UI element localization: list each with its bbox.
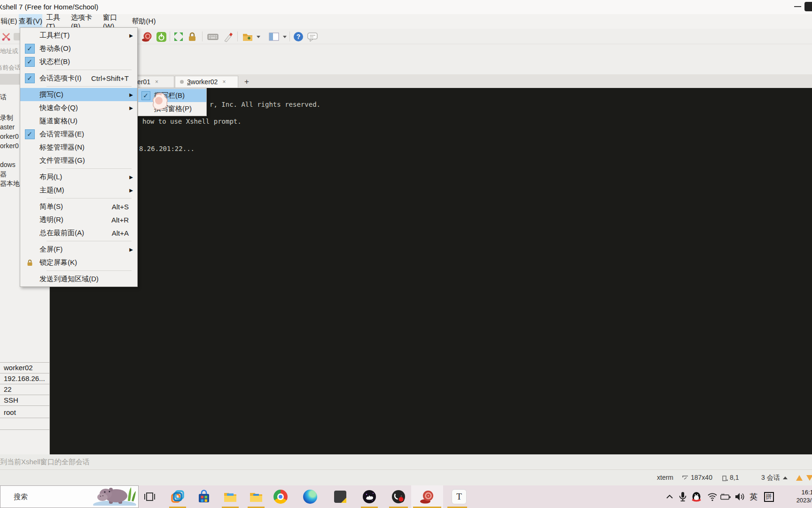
scroll-bottom-icon[interactable] [806, 475, 812, 481]
session-tree-item-worker02[interactable]: orker0 [0, 142, 19, 150]
session-tree-item[interactable]: 器 [0, 170, 7, 179]
menu-item-toolbars[interactable]: 工具栏(T) ▶ [20, 29, 137, 42]
fullscreen-icon[interactable] [173, 31, 184, 42]
menu-item-simple[interactable]: 简单(S) Alt+S [20, 200, 137, 213]
chat-bubble-icon[interactable] [307, 31, 318, 42]
terminal-line: how to use Xshell prompt. [142, 118, 242, 125]
session-tree-item[interactable]: 录制 [0, 114, 13, 122]
edge-icon[interactable] [299, 485, 321, 508]
menu-item-lock-screen[interactable]: 锁定屏幕(K) [20, 256, 137, 269]
disconnect-icon[interactable] [0, 31, 12, 42]
tray-ime-language[interactable]: 英 [748, 491, 759, 502]
vmware-icon[interactable] [167, 485, 188, 508]
toolbar-separator [170, 32, 170, 41]
scroll-top-icon[interactable] [796, 475, 803, 481]
menu-edit[interactable]: 辑(E) [0, 14, 19, 29]
menu-item-session-tabs[interactable]: ✓ 会话选项卡(I) Ctrl+Shift+T [20, 71, 137, 85]
menu-window[interactable]: 窗口(W) [103, 14, 128, 29]
lock-screen-toolbar-icon[interactable] [187, 31, 198, 42]
tray-clock[interactable]: 16:15 2023/2/ [784, 488, 812, 504]
task-view-icon[interactable] [139, 485, 160, 508]
menu-item-compose[interactable]: 撰写(C) ▶ [20, 88, 137, 101]
tray-microphone-icon[interactable] [677, 491, 688, 502]
menu-item-label-manager[interactable]: 标签管理器(N) [20, 141, 137, 154]
folder-shortcut-icon[interactable] [245, 485, 267, 508]
menu-view[interactable]: 查看(V) [19, 14, 42, 29]
new-folder-icon[interactable] [242, 31, 253, 42]
microsoft-store-icon[interactable] [193, 485, 215, 508]
menu-item-layout[interactable]: 布局(L) ▶ [20, 170, 137, 183]
check-icon: ✓ [25, 73, 35, 83]
file-explorer-icon[interactable] [219, 485, 241, 508]
sidebar-selected-row[interactable] [0, 74, 20, 85]
tab-close-icon[interactable]: × [155, 79, 158, 85]
tab-hotkey: 3 [187, 78, 191, 86]
tab-close-icon[interactable]: × [222, 79, 226, 85]
menu-item-fullscreen[interactable]: 全屏(F) ▶ [20, 243, 137, 256]
layout-caret-icon[interactable] [283, 36, 287, 38]
sidebar-current-session-label: 当前会话 [0, 64, 21, 72]
taskbar-search-box[interactable]: 搜索 [0, 485, 139, 508]
session-tree-item-master[interactable]: aster [0, 123, 15, 131]
obs-icon[interactable] [388, 485, 409, 508]
lock-icon [26, 259, 34, 267]
submenu-arrow-icon: ▶ [129, 33, 133, 38]
menu-item-session-manager[interactable]: ✓ 会话管理器(E) [20, 127, 137, 141]
terminal-line: 8.26.201:22... [139, 145, 195, 152]
tray-battery-icon[interactable] [720, 491, 731, 502]
terminal-screen[interactable]: r, Inc. All rights reserved. how to use … [50, 88, 812, 454]
tray-chevron-icon[interactable] [664, 491, 675, 502]
highlighter-icon[interactable] [222, 31, 234, 42]
session-tree-item[interactable]: 器本地 [0, 180, 20, 188]
menu-separator [47, 241, 132, 241]
toolbar-separator [202, 32, 203, 41]
session-tree-item-worker01[interactable]: orker0 [0, 133, 19, 140]
tray-wifi-icon[interactable] [707, 491, 718, 502]
power-session-icon[interactable] [156, 31, 167, 42]
xshell-taskbar-slot[interactable] [411, 485, 443, 508]
session-properties-table: worker02 192.168.26... 22 SSH root [0, 362, 50, 419]
menu-item-send-to-tray[interactable]: 发送到通知区域(D) [20, 272, 137, 286]
menu-separator [47, 86, 132, 87]
menu-item-scrollbar[interactable]: ✓ 卷动条(O) [20, 42, 137, 55]
property-session-name: worker02 [0, 362, 50, 373]
menu-help[interactable]: 帮助(H) [132, 14, 156, 29]
submenu-item-compose-bar[interactable]: ✓ 撰写栏(B) [138, 89, 206, 102]
minimize-button[interactable] [794, 6, 801, 7]
session-tab-bar: ker01 × 3 worker02 × + [50, 74, 812, 88]
menu-tools[interactable]: 工具(T) [46, 14, 69, 29]
search-hippo-illustration [90, 484, 137, 508]
session-list-dropdown-icon[interactable] [783, 476, 788, 479]
layout-icon[interactable] [268, 31, 280, 42]
cat-app-icon[interactable] [359, 485, 380, 508]
tab-worker02[interactable]: 3 worker02 × [175, 76, 238, 87]
session-count[interactable]: 3 会话 [761, 470, 780, 485]
xshell-shell-icon[interactable] [141, 31, 153, 42]
menu-item-always-on-top[interactable]: 总在最前面(A) Alt+A [20, 226, 137, 239]
tray-qq-icon[interactable] [691, 491, 702, 502]
new-tab-button[interactable]: + [242, 76, 252, 87]
tray-speaker-icon[interactable] [734, 491, 745, 502]
menu-item-file-manager[interactable]: 文件管理器(G) [20, 154, 137, 167]
menu-item-quick-commands[interactable]: 快速命令(Q) ▶ [20, 101, 137, 114]
session-tree-item[interactable]: dows [0, 161, 16, 168]
sidebar-address-watermark: 地址或 [0, 47, 18, 56]
menu-item-theme[interactable]: 主题(M) ▶ [20, 183, 137, 197]
menu-item-transparent[interactable]: 透明(R) Alt+R [20, 213, 137, 226]
window-control-partial[interactable] [804, 2, 812, 11]
menu-tab[interactable]: 选项卡(B) [71, 14, 100, 29]
menu-item-tunnel-pane[interactable]: 隧道窗格(U) [20, 114, 137, 127]
notes-app-icon[interactable] [329, 485, 351, 508]
new-folder-caret-icon[interactable] [257, 36, 260, 38]
session-tree-item[interactable]: 话 [0, 93, 7, 102]
tray-ime-mode[interactable]: 拼 [763, 491, 774, 502]
submenu-arrow-icon: ▶ [129, 105, 133, 111]
keyboard-icon[interactable] [207, 31, 219, 42]
help-icon[interactable]: ? [293, 31, 304, 42]
submenu-item-compose-pane[interactable]: 撰写窗格(P) [138, 102, 206, 115]
chrome-icon[interactable] [270, 485, 291, 508]
menu-item-statusbar[interactable]: ✓ 状态栏(B) [20, 55, 137, 68]
status-message-bar: 到当前Xshell窗口的全部会话 [0, 454, 812, 469]
submenu-arrow-icon: ▶ [129, 188, 133, 193]
typora-icon[interactable]: T [448, 485, 470, 508]
